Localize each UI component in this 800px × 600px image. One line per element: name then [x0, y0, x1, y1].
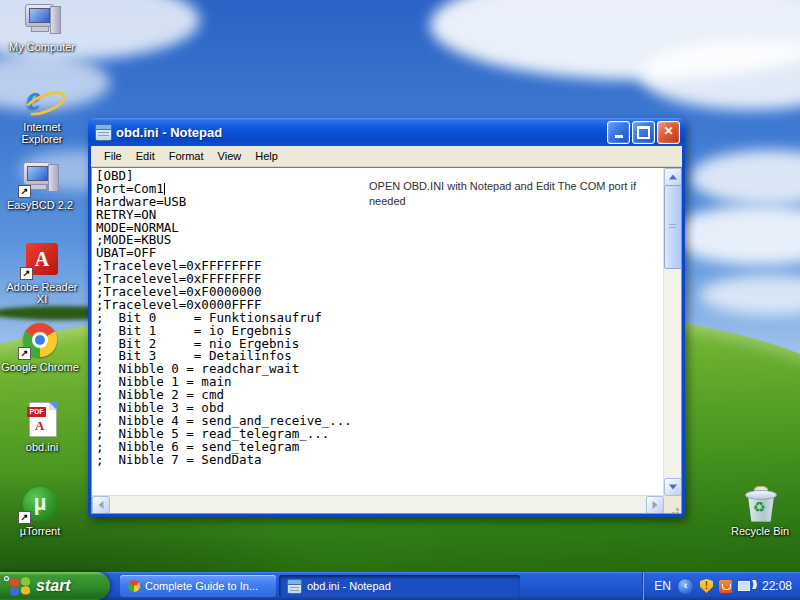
desktop-icon-label: Internet Explorer — [2, 121, 82, 145]
cloud — [690, 150, 800, 205]
my-computer-icon — [22, 2, 62, 38]
taskbar: start Complete Guide to In... obd.ini - … — [0, 572, 800, 600]
vertical-scrollbar[interactable] — [663, 168, 681, 496]
notepad-icon — [287, 579, 302, 594]
desktop-icon-obd-ini[interactable]: PDFA obd.ini — [2, 402, 82, 453]
text-line: MODE=NORMAL — [96, 222, 664, 235]
taskbar-item-chrome[interactable]: Complete Guide to In... — [120, 575, 276, 597]
taskbar-item-notepad[interactable]: obd.ini - Notepad — [279, 575, 520, 597]
start-button[interactable]: start — [0, 572, 110, 600]
desktop-icon-easybcd[interactable]: ↗ EasyBCD 2.2 — [0, 160, 80, 211]
desktop-icon-label: EasyBCD 2.2 — [0, 199, 80, 211]
menu-view[interactable]: View — [211, 148, 249, 164]
menu-bar: File Edit Format View Help — [91, 146, 682, 167]
desktop: My Computer e Internet Explorer ↗ EasyBC… — [0, 0, 800, 600]
desktop-icon-label: obd.ini — [2, 441, 82, 453]
desktop-icon-my-computer[interactable]: My Computer — [2, 2, 82, 53]
menu-file[interactable]: File — [97, 148, 129, 164]
shortcut-arrow-icon: ↗ — [18, 511, 31, 524]
window-title: obd.ini - Notepad — [116, 125, 605, 140]
taskbar-clock[interactable]: 22:08 — [762, 579, 792, 593]
desktop-icon-label: Recycle Bin — [720, 525, 800, 537]
task-label: obd.ini - Notepad — [307, 580, 391, 592]
title-bar[interactable]: obd.ini - Notepad ✕ — [88, 118, 685, 146]
close-button[interactable]: ✕ — [657, 121, 680, 144]
annotation-text: OPEN OBD.INI with Notepad and Edit The C… — [369, 179, 669, 209]
desktop-icon-label: µTorrent — [0, 525, 80, 537]
recycle-bin-icon: ♻ — [740, 486, 780, 522]
task-label: Complete Guide to In... — [145, 580, 258, 592]
notepad-window: obd.ini - Notepad ✕ File Edit Format Vie… — [88, 118, 685, 517]
cloud — [670, 205, 800, 265]
text-line: RETRY=ON — [96, 209, 664, 222]
security-shield-icon[interactable]: ! — [700, 579, 713, 593]
menu-format[interactable]: Format — [162, 148, 211, 164]
notepad-icon — [95, 124, 112, 141]
utorrent-icon: µ ↗ — [20, 486, 60, 522]
scrollbar-thumb[interactable] — [664, 185, 682, 269]
pdf-file-icon: PDFA — [22, 402, 62, 438]
text-line: ;MODE=KBUS — [96, 234, 664, 247]
shortcut-arrow-icon: ↗ — [18, 185, 31, 198]
scroll-up-button[interactable] — [664, 168, 682, 186]
start-label: start — [36, 577, 71, 595]
desktop-icon-label: My Computer — [2, 41, 82, 53]
task-buttons: Complete Guide to In... obd.ini - Notepa… — [120, 572, 643, 600]
resize-grip[interactable] — [664, 496, 681, 513]
menu-edit[interactable]: Edit — [129, 148, 162, 164]
system-tray: EN ‹ ! ))) 22:08 — [643, 572, 800, 600]
desktop-icon-google-chrome[interactable]: ↗ Google Chrome — [0, 322, 80, 373]
shortcut-arrow-icon: ↗ — [18, 347, 31, 360]
menu-help[interactable]: Help — [248, 148, 285, 164]
desktop-icon-label: Google Chrome — [0, 361, 80, 373]
network-icon[interactable]: ))) — [738, 580, 754, 593]
maximize-button[interactable] — [632, 121, 655, 144]
edit-area[interactable]: [OBD]Port=Com1Hardware=USBRETRY=ONMODE=N… — [91, 167, 682, 514]
notepad-text[interactable]: [OBD]Port=Com1Hardware=USBRETRY=ONMODE=N… — [92, 168, 664, 496]
java-update-icon[interactable] — [719, 580, 732, 593]
desktop-icon-utorrent[interactable]: µ ↗ µTorrent — [0, 486, 80, 537]
scroll-right-button[interactable] — [646, 496, 664, 514]
desktop-icon-adobe-reader[interactable]: A ↗ Adobe Reader XI — [2, 242, 82, 305]
scroll-down-button[interactable] — [664, 478, 682, 496]
adobe-reader-icon: A ↗ — [22, 242, 62, 278]
hide-icons-icon[interactable]: ‹ — [677, 578, 694, 595]
text-line: ; Nibble 7 = SendData — [96, 454, 664, 467]
desktop-icon-recycle-bin[interactable]: ♻ Recycle Bin — [720, 486, 800, 537]
internet-explorer-icon: e — [22, 82, 62, 118]
horizontal-scrollbar[interactable] — [92, 495, 664, 513]
cloud — [700, 275, 800, 315]
chrome-icon — [128, 580, 140, 592]
chrome-icon: ↗ — [20, 322, 60, 358]
language-indicator[interactable]: EN — [654, 579, 671, 593]
minimize-button[interactable] — [607, 121, 630, 144]
scroll-left-button[interactable] — [92, 496, 110, 514]
windows-logo-icon — [10, 576, 30, 595]
window-body: File Edit Format View Help [OBD]Port=Com… — [91, 146, 682, 514]
easybcd-icon: ↗ — [20, 160, 60, 196]
shortcut-arrow-icon: ↗ — [20, 267, 33, 280]
desktop-icon-internet-explorer[interactable]: e Internet Explorer — [2, 82, 82, 145]
desktop-icon-label: Adobe Reader XI — [2, 281, 82, 305]
